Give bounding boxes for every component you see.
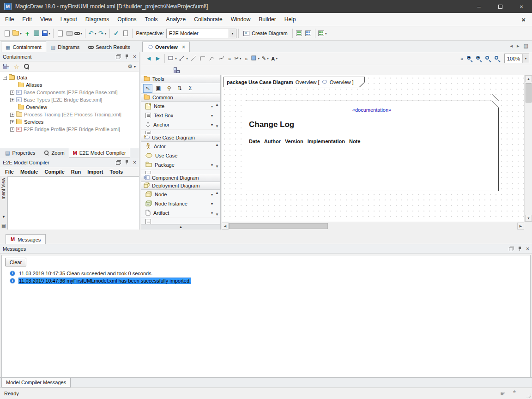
notes-button[interactable] (121, 28, 130, 39)
menu-help[interactable]: Help (280, 13, 300, 26)
tree-item-base-types[interactable]: Base Types [E2E Bridge Base.xml] (0, 96, 139, 103)
diagram-matrix-button[interactable] (304, 28, 313, 39)
palette-header-use-case-diagram[interactable]: Use Case Diagram (141, 134, 220, 142)
split-button[interactable]: ✂ ▾ (233, 53, 242, 64)
float-panel-icon[interactable] (509, 247, 514, 251)
expand-icon[interactable] (10, 113, 14, 117)
stamp-tool-icon[interactable]: ⚲ (164, 84, 174, 93)
minimize-button[interactable]: – (468, 0, 490, 13)
box-select-tool-icon[interactable]: ▣ (154, 84, 163, 93)
palette-item-note[interactable]: Note ▾ (141, 102, 220, 111)
palette-item-clipped[interactable] (141, 218, 220, 224)
tab-close-icon[interactable]: × (182, 44, 185, 50)
expand-icon[interactable] (10, 98, 14, 102)
menu-layout[interactable]: Layout (56, 13, 81, 26)
menu-view[interactable]: View (36, 13, 56, 26)
menu-builder[interactable]: Builder (254, 13, 280, 26)
collapse-icon[interactable] (3, 76, 7, 80)
palette-item-clipped[interactable] (141, 129, 220, 134)
clear-button[interactable]: Clear (5, 258, 26, 266)
new-project-button[interactable] (2, 28, 12, 39)
section-scroll-up-icon[interactable]: ▲ (215, 103, 219, 107)
zoom-fit-icon[interactable] (485, 55, 492, 62)
add-element-button[interactable]: + (23, 28, 32, 39)
collapse-all-icon[interactable] (3, 64, 9, 69)
close-button[interactable]: × (511, 0, 532, 13)
print-button[interactable] (65, 28, 74, 39)
scroll-down-button[interactable]: ▼ (525, 215, 532, 222)
palette-item-text-box[interactable]: Text Box ▾ (141, 111, 220, 120)
swap-tool-icon[interactable]: ⇅ (175, 84, 184, 93)
tab-diagrams[interactable]: ▥ Diagrams (46, 42, 84, 52)
next-tab-icon[interactable]: ▸ (517, 43, 520, 49)
palette-item-use-case[interactable]: Use Case (141, 151, 220, 160)
compiler-menu-compile[interactable]: Compile (41, 169, 67, 175)
perspective-select[interactable]: E2E Modeler ▾ (166, 29, 236, 38)
palette-header-common[interactable]: Common (141, 94, 220, 102)
tab-properties[interactable]: ▤ Properties (1, 148, 40, 158)
search-icon[interactable] (24, 64, 30, 69)
line-oblique-button[interactable] (207, 53, 217, 64)
zoom-selection-icon[interactable] (495, 55, 501, 62)
line-spline-button[interactable] (217, 53, 226, 64)
tab-zoom[interactable]: Zoom (40, 148, 69, 158)
transform-button[interactable]: ▾ (317, 28, 328, 39)
overflow-icon[interactable]: » (460, 56, 463, 61)
float-panel-icon[interactable] (116, 54, 121, 59)
palette-item-anchor[interactable]: Anchor ▾ (141, 120, 220, 129)
section-scroll-down-icon[interactable]: ▼ (215, 212, 219, 217)
zoom-level-select[interactable]: 100% ▾ (504, 54, 529, 63)
side-strip-arrow-icon[interactable]: ▼ (2, 215, 6, 219)
message-row-selected[interactable]: 11.03.2019 10:47:36 myFirstUMLmodel.xml … (10, 277, 527, 284)
fill-color-button[interactable]: ▾ (250, 53, 260, 64)
validate-button[interactable]: ✓ (112, 28, 121, 39)
find-button[interactable]: ▾ (74, 28, 83, 39)
section-scroll-up-icon[interactable]: ▲ (215, 143, 219, 147)
save-button[interactable]: ▾ (41, 28, 51, 39)
compiler-menu-module[interactable]: Module (17, 169, 42, 175)
dropdown-icon[interactable]: ▾ (211, 123, 213, 127)
tree-item-e2e-bridge-profile[interactable]: E2E Bridge Profile [E2E Bridge Profile.x… (0, 126, 139, 133)
overflow-icon[interactable]: » (228, 56, 231, 61)
prev-tab-icon[interactable]: ◂ (510, 43, 513, 49)
memory-indicator-icon[interactable]: * (513, 390, 516, 397)
anchors-button[interactable]: ▾ (178, 53, 189, 64)
tree-item-aliases[interactable]: Aliases (0, 81, 139, 89)
menu-analyze[interactable]: Analyze (162, 13, 190, 26)
documentation-note[interactable]: «documentation» Change Log Date Author V… (245, 101, 499, 191)
messages-dock-tab[interactable]: M Messages (6, 234, 46, 244)
font-button[interactable]: A ▾ (270, 53, 279, 64)
maximize-button[interactable] (490, 0, 511, 13)
compiler-menu-tools[interactable]: Tools (106, 169, 126, 175)
menu-tools[interactable]: Tools (141, 13, 162, 26)
scroll-left-button[interactable]: ◀ (222, 223, 229, 230)
compiler-content[interactable] (7, 176, 139, 231)
menu-options[interactable]: Options (113, 13, 140, 26)
section-scroll-down-icon[interactable]: ▼ (215, 164, 219, 169)
containment-tree-button[interactable] (172, 65, 181, 76)
palette-header-component-diagram[interactable]: Component Diagram (141, 174, 220, 182)
pen-color-button[interactable]: ✎ ▾ (260, 53, 270, 64)
diagram-tables-button[interactable] (295, 28, 304, 39)
vertical-scroll-thumb[interactable] (526, 83, 532, 103)
compiler-menu-run[interactable]: Run (68, 169, 84, 175)
section-scroll-down-icon[interactable]: ▼ (215, 124, 219, 128)
tree-item-services[interactable]: Services (0, 118, 139, 126)
pin-panel-icon[interactable] (518, 246, 522, 251)
dropdown-icon[interactable]: ▾ (211, 193, 213, 197)
menu-file[interactable]: File (1, 13, 18, 26)
side-strip-list-icon[interactable]: ▤ (1, 223, 6, 228)
shapes-button[interactable]: ▾ (167, 53, 178, 64)
menu-window[interactable]: Window (227, 13, 255, 26)
close-panel-icon[interactable]: × (526, 246, 529, 252)
message-row[interactable]: 11.03.2019 10:47:35 Clean succeeded and … (10, 270, 527, 277)
palette-item-package[interactable]: Package ▾ (141, 160, 220, 169)
palette-item-node[interactable]: Node ▾ (141, 190, 220, 199)
create-diagram-button[interactable]: Create Diagram (241, 28, 290, 39)
expand-icon[interactable] (10, 127, 14, 132)
line-straight-button[interactable] (189, 53, 198, 64)
pin-panel-icon[interactable] (125, 54, 129, 59)
palette-scroll-up[interactable]: ▲ (141, 224, 220, 230)
zoom-in-icon[interactable]: + (467, 55, 473, 62)
compiler-menu-file[interactable]: File (2, 169, 17, 175)
